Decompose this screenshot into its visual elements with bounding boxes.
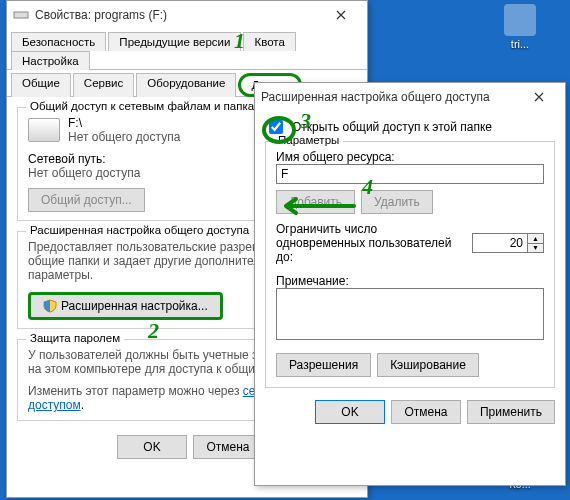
window-title: Свойства: programs (F:): [35, 8, 321, 22]
tab-tools[interactable]: Сервис: [73, 73, 134, 97]
window-title: Расширенная настройка общего доступа: [261, 90, 519, 104]
advanced-titlebar: Расширенная настройка общего доступа: [255, 83, 565, 111]
drive-icon: [13, 7, 29, 23]
drive-icon: [28, 118, 60, 142]
user-limit-spinner[interactable]: ▲ ▼: [472, 233, 544, 253]
dialog-buttons: OK Отмена Применить: [255, 394, 565, 430]
group-title: Расширенная настройка общего доступа: [26, 224, 253, 236]
tab-previous-versions[interactable]: Предыдущие версии: [108, 32, 241, 51]
desktop-icon[interactable]: tri...: [490, 4, 550, 50]
fieldset-legend: Параметры: [274, 134, 343, 146]
group-title: Защита паролем: [26, 332, 124, 344]
remove-button[interactable]: Удалить: [361, 190, 433, 214]
close-button[interactable]: [519, 86, 559, 108]
shield-icon: [43, 299, 57, 313]
group-title: Общий доступ к сетевым файлам и папкам: [26, 100, 266, 112]
advanced-sharing-window: Расширенная настройка общего доступа Отк…: [254, 82, 566, 486]
tab-customize[interactable]: Настройка: [11, 51, 90, 70]
limit-label: Ограничить число одновременных пользоват…: [276, 222, 464, 264]
note-textarea[interactable]: [276, 288, 544, 340]
ok-button[interactable]: OK: [315, 400, 385, 424]
apply-button[interactable]: Применить: [467, 400, 555, 424]
share-button[interactable]: Общий доступ...: [28, 188, 145, 212]
drive-status: Нет общего доступа: [68, 130, 180, 144]
cancel-button[interactable]: Отмена: [193, 435, 263, 459]
permissions-button[interactable]: Разрешения: [276, 353, 371, 377]
spinner-up-icon[interactable]: ▲: [528, 234, 543, 244]
share-folder-checkbox-input[interactable]: [269, 120, 283, 134]
note-label: Примечание:: [276, 274, 544, 288]
share-folder-label: Открыть общий доступ к этой папке: [292, 120, 492, 134]
pw-change-text: Изменить этот параметр можно через: [28, 384, 239, 398]
drive-label: F:\: [68, 116, 180, 130]
cancel-button[interactable]: Отмена: [391, 400, 461, 424]
add-button[interactable]: Добавить: [276, 190, 355, 214]
advanced-sharing-button[interactable]: Расширенная настройка...: [28, 292, 223, 320]
ok-button[interactable]: OK: [117, 435, 187, 459]
tabs-row1: Безопасность Предыдущие версии Квота Нас…: [7, 29, 367, 70]
svg-rect-0: [14, 12, 28, 18]
tab-quota[interactable]: Квота: [243, 32, 295, 51]
tab-hardware[interactable]: Оборудование: [136, 73, 236, 97]
share-name-input[interactable]: [276, 164, 544, 184]
properties-titlebar: Свойства: programs (F:): [7, 1, 367, 29]
tab-security[interactable]: Безопасность: [11, 32, 106, 51]
tab-general[interactable]: Общие: [11, 73, 71, 97]
user-limit-input[interactable]: [472, 233, 528, 253]
caching-button[interactable]: Кэширование: [377, 353, 479, 377]
close-button[interactable]: [321, 4, 361, 26]
share-name-label: Имя общего ресурса:: [276, 150, 544, 164]
spinner-down-icon[interactable]: ▼: [528, 244, 543, 253]
parameters-fieldset: Параметры Имя общего ресурса: Добавить У…: [265, 141, 555, 388]
